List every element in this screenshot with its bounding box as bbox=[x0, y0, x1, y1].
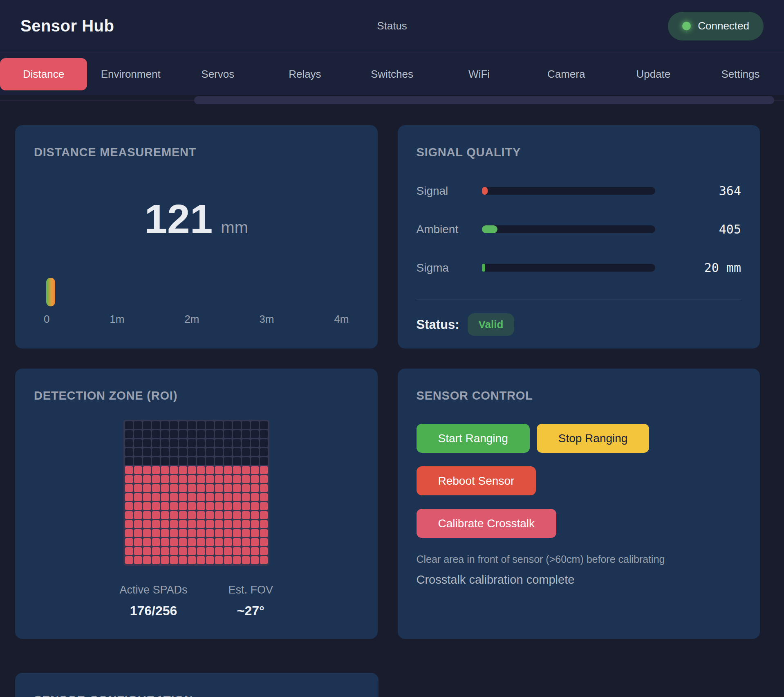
roi-cell[interactable] bbox=[251, 502, 259, 510]
roi-cell[interactable] bbox=[179, 520, 187, 528]
start-ranging-button[interactable]: Start Ranging bbox=[417, 424, 530, 453]
roi-cell[interactable] bbox=[134, 529, 142, 537]
roi-cell[interactable] bbox=[224, 520, 232, 528]
roi-cell[interactable] bbox=[224, 484, 232, 492]
roi-cell[interactable] bbox=[188, 421, 196, 429]
roi-cell[interactable] bbox=[170, 538, 178, 546]
roi-cell[interactable] bbox=[251, 448, 259, 456]
roi-cell[interactable] bbox=[233, 538, 241, 546]
roi-cell[interactable] bbox=[251, 484, 259, 492]
roi-cell[interactable] bbox=[170, 457, 178, 465]
roi-cell[interactable] bbox=[215, 493, 223, 501]
roi-cell[interactable] bbox=[152, 547, 160, 555]
roi-cell[interactable] bbox=[170, 511, 178, 519]
roi-cell[interactable] bbox=[125, 475, 133, 483]
roi-cell[interactable] bbox=[260, 556, 268, 564]
roi-cell[interactable] bbox=[161, 502, 169, 510]
roi-cell[interactable] bbox=[215, 457, 223, 465]
roi-cell[interactable] bbox=[188, 520, 196, 528]
roi-cell[interactable] bbox=[215, 448, 223, 456]
roi-cell[interactable] bbox=[161, 439, 169, 447]
roi-cell[interactable] bbox=[242, 457, 250, 465]
roi-cell[interactable] bbox=[251, 430, 259, 438]
tab-relays[interactable]: Relays bbox=[261, 58, 348, 90]
roi-cell[interactable] bbox=[206, 430, 214, 438]
roi-cell[interactable] bbox=[260, 421, 268, 429]
roi-cell[interactable] bbox=[242, 475, 250, 483]
roi-cell[interactable] bbox=[125, 556, 133, 564]
roi-cell[interactable] bbox=[143, 547, 151, 555]
roi-cell[interactable] bbox=[170, 547, 178, 555]
roi-cell[interactable] bbox=[224, 439, 232, 447]
roi-cell[interactable] bbox=[224, 538, 232, 546]
roi-cell[interactable] bbox=[143, 520, 151, 528]
roi-cell[interactable] bbox=[251, 466, 259, 474]
roi-cell[interactable] bbox=[188, 466, 196, 474]
roi-cell[interactable] bbox=[260, 466, 268, 474]
roi-cell[interactable] bbox=[197, 556, 205, 564]
tab-distance[interactable]: Distance bbox=[0, 58, 87, 90]
roi-cell[interactable] bbox=[215, 529, 223, 537]
roi-cell[interactable] bbox=[152, 484, 160, 492]
roi-cell[interactable] bbox=[215, 538, 223, 546]
tab-update[interactable]: Update bbox=[610, 58, 697, 90]
roi-cell[interactable] bbox=[134, 502, 142, 510]
roi-cell[interactable] bbox=[251, 457, 259, 465]
roi-cell[interactable] bbox=[161, 529, 169, 537]
roi-cell[interactable] bbox=[143, 475, 151, 483]
roi-cell[interactable] bbox=[224, 511, 232, 519]
roi-cell[interactable] bbox=[224, 475, 232, 483]
roi-cell[interactable] bbox=[179, 457, 187, 465]
roi-cell[interactable] bbox=[134, 547, 142, 555]
roi-cell[interactable] bbox=[260, 511, 268, 519]
roi-cell[interactable] bbox=[134, 493, 142, 501]
stop-ranging-button[interactable]: Stop Ranging bbox=[537, 424, 650, 453]
roi-cell[interactable] bbox=[161, 556, 169, 564]
roi-cell[interactable] bbox=[134, 457, 142, 465]
roi-cell[interactable] bbox=[197, 484, 205, 492]
roi-cell[interactable] bbox=[251, 475, 259, 483]
roi-cell[interactable] bbox=[125, 439, 133, 447]
roi-cell[interactable] bbox=[224, 466, 232, 474]
roi-cell[interactable] bbox=[197, 493, 205, 501]
roi-cell[interactable] bbox=[161, 421, 169, 429]
roi-cell[interactable] bbox=[260, 430, 268, 438]
roi-cell[interactable] bbox=[188, 457, 196, 465]
roi-cell[interactable] bbox=[224, 457, 232, 465]
roi-cell[interactable] bbox=[179, 538, 187, 546]
roi-cell[interactable] bbox=[188, 493, 196, 501]
roi-cell[interactable] bbox=[206, 448, 214, 456]
roi-cell[interactable] bbox=[206, 556, 214, 564]
roi-cell[interactable] bbox=[143, 439, 151, 447]
roi-cell[interactable] bbox=[143, 466, 151, 474]
roi-cell[interactable] bbox=[161, 466, 169, 474]
roi-cell[interactable] bbox=[188, 439, 196, 447]
roi-cell[interactable] bbox=[233, 511, 241, 519]
roi-cell[interactable] bbox=[197, 520, 205, 528]
roi-cell[interactable] bbox=[197, 538, 205, 546]
roi-cell[interactable] bbox=[242, 529, 250, 537]
roi-cell[interactable] bbox=[224, 556, 232, 564]
roi-cell[interactable] bbox=[161, 430, 169, 438]
roi-cell[interactable] bbox=[251, 439, 259, 447]
roi-cell[interactable] bbox=[125, 520, 133, 528]
roi-cell[interactable] bbox=[242, 466, 250, 474]
roi-cell[interactable] bbox=[143, 529, 151, 537]
roi-cell[interactable] bbox=[206, 502, 214, 510]
roi-cell[interactable] bbox=[152, 466, 160, 474]
roi-cell[interactable] bbox=[224, 529, 232, 537]
roi-cell[interactable] bbox=[134, 439, 142, 447]
roi-cell[interactable] bbox=[251, 493, 259, 501]
roi-cell[interactable] bbox=[251, 556, 259, 564]
roi-cell[interactable] bbox=[242, 556, 250, 564]
roi-cell[interactable] bbox=[197, 466, 205, 474]
roi-cell[interactable] bbox=[260, 529, 268, 537]
roi-cell[interactable] bbox=[197, 457, 205, 465]
roi-cell[interactable] bbox=[224, 448, 232, 456]
roi-cell[interactable] bbox=[260, 547, 268, 555]
roi-cell[interactable] bbox=[260, 439, 268, 447]
tab-settings[interactable]: Settings bbox=[697, 58, 784, 90]
roi-cell[interactable] bbox=[188, 511, 196, 519]
roi-cell[interactable] bbox=[143, 502, 151, 510]
roi-cell[interactable] bbox=[125, 493, 133, 501]
